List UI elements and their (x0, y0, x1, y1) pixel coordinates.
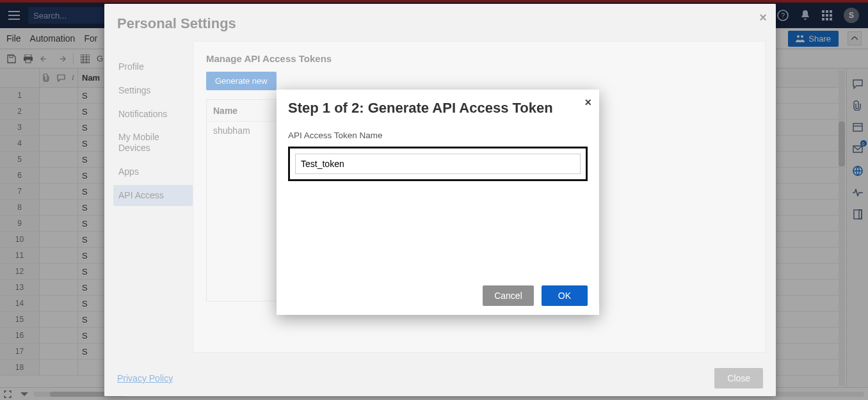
generate-token-modal: × Step 1 of 2: Generate API Access Token… (277, 90, 599, 315)
input-highlight-frame (288, 147, 588, 181)
modal-footer: Cancel OK (288, 285, 588, 306)
token-name-input[interactable] (295, 154, 581, 174)
token-name-label: API Access Token Name (288, 131, 588, 140)
ok-button[interactable]: OK (542, 285, 588, 306)
cancel-button[interactable]: Cancel (483, 285, 534, 306)
modal-title: Step 1 of 2: Generate API Access Token (288, 100, 588, 116)
close-icon[interactable]: × (584, 96, 591, 109)
